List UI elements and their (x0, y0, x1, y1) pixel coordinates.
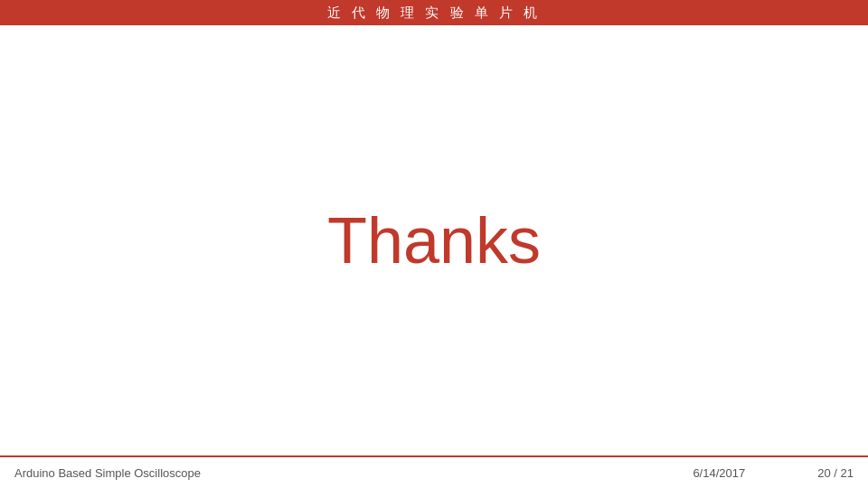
footer-bar: Arduino Based Simple Oscilloscope 6/14/2… (0, 455, 868, 488)
footer-date: 6/14/2017 (693, 466, 745, 480)
thanks-heading: Thanks (327, 203, 541, 277)
header-bar: 近 代 物 理 实 验 单 片 机 (0, 0, 868, 25)
header-title: 近 代 物 理 实 验 单 片 机 (327, 5, 541, 22)
main-content: Thanks (0, 25, 868, 455)
footer-page-number: 20 / 21 (817, 466, 854, 480)
footer-subtitle: Arduino Based Simple Oscilloscope (14, 466, 693, 480)
